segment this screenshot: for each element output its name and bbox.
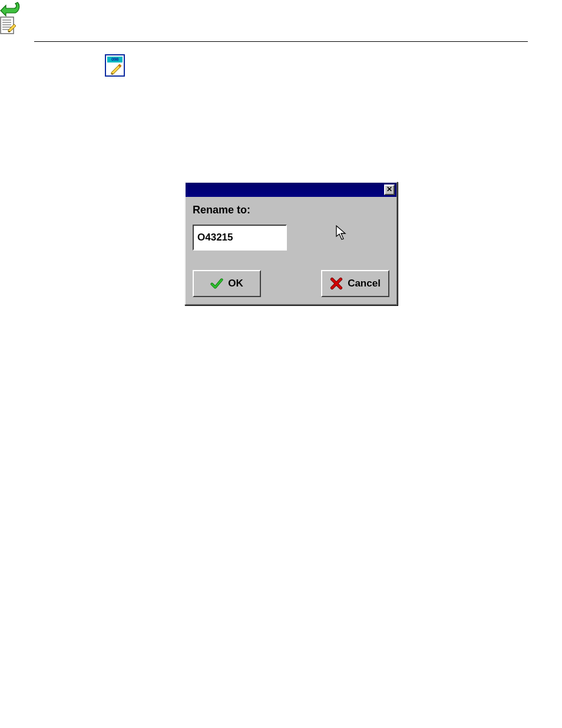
dialog-body: Rename to:	[186, 197, 396, 258]
rename-program-icon: 098	[105, 54, 125, 77]
close-button[interactable]: ✕	[384, 185, 395, 195]
ok-button[interactable]: OK	[193, 270, 261, 297]
ok-button-label: OK	[228, 278, 243, 289]
edit-document-icon	[0, 17, 16, 34]
rename-dialog: ✕ Rename to: OK	[184, 182, 398, 305]
x-icon	[330, 277, 343, 290]
cancel-button[interactable]: Cancel	[321, 270, 389, 297]
cursor-icon	[336, 225, 348, 241]
svg-marker-11	[336, 226, 345, 239]
pencil-icon	[110, 62, 124, 76]
horizontal-rule	[34, 41, 528, 42]
svg-rect-3	[1, 17, 14, 34]
undo-icon	[0, 0, 21, 17]
dialog-button-row: OK Cancel	[193, 270, 389, 297]
dialog-titlebar[interactable]: ✕	[186, 183, 396, 197]
rename-label: Rename to:	[193, 204, 389, 216]
rename-input[interactable]	[193, 225, 287, 251]
cancel-button-label: Cancel	[348, 278, 381, 289]
check-icon	[210, 277, 223, 290]
close-icon: ✕	[386, 185, 392, 193]
